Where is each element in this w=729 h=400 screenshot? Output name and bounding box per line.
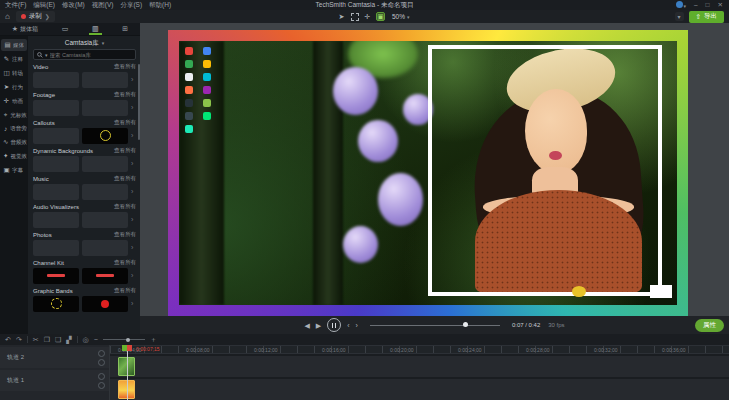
record-button[interactable]: 录制 ❯ — [16, 11, 55, 22]
export-button[interactable]: ⇧ 导出 — [689, 11, 724, 23]
menu-help[interactable]: 帮助(H) — [149, 1, 171, 10]
zoom-out-button[interactable]: − — [94, 336, 98, 343]
library-thumbnail[interactable] — [82, 212, 128, 228]
chevron-right-icon[interactable]: › — [131, 132, 133, 139]
maximize-button[interactable]: □ — [706, 2, 710, 9]
playhead-head[interactable] — [122, 345, 132, 351]
cursor-tool-button[interactable]: ➤ — [337, 12, 346, 21]
library-thumbnail[interactable] — [82, 100, 128, 116]
search-input[interactable] — [50, 52, 132, 58]
playhead[interactable] — [127, 345, 128, 400]
library-thumbnail[interactable] — [33, 100, 79, 116]
pause-button[interactable] — [327, 318, 341, 332]
view-all-link[interactable]: 查看所有 — [114, 259, 136, 266]
playhead-out-handle[interactable] — [127, 345, 132, 351]
view-all-link[interactable]: 查看所有 — [114, 147, 136, 154]
library-thumbnail[interactable] — [82, 240, 128, 256]
close-button[interactable]: ✕ — [718, 2, 723, 9]
scrubber-handle[interactable] — [463, 322, 468, 327]
tab-media[interactable]: ▭ — [59, 23, 72, 35]
paste-button[interactable]: ❏ — [55, 336, 61, 344]
hide-track-button[interactable] — [98, 382, 105, 389]
split-button[interactable]: ▞ — [66, 336, 71, 344]
chevron-right-icon[interactable]: › — [131, 76, 133, 83]
account-avatar[interactable]: ▾ — [676, 1, 686, 9]
library-thumbnail[interactable] — [82, 72, 128, 88]
properties-button[interactable]: 属性 — [695, 319, 724, 332]
minimize-button[interactable]: – — [694, 2, 698, 9]
library-thumbnail[interactable] — [33, 240, 79, 256]
menu-modify[interactable]: 修改(M) — [62, 1, 85, 10]
view-all-link[interactable]: 查看所有 — [114, 119, 136, 126]
menu-edit[interactable]: 编辑(E) — [33, 1, 55, 10]
pan-tool-button[interactable]: ✛ — [363, 12, 372, 21]
menu-share[interactable]: 分享(S) — [120, 1, 142, 10]
chevron-right-icon[interactable]: › — [131, 244, 133, 251]
notifications-button[interactable]: ▾ — [675, 12, 684, 21]
sidebar-item-visual-effects[interactable]: ✦ 视觉效果 — [0, 150, 28, 162]
library-thumbnail[interactable] — [33, 268, 79, 284]
timeline-zoom-slider[interactable] — [103, 337, 145, 343]
slider-handle[interactable] — [126, 338, 130, 342]
view-all-link[interactable]: 查看所有 — [114, 231, 136, 238]
chevron-right-icon[interactable]: › — [131, 188, 133, 195]
preview-media-rainbow-border[interactable] — [168, 30, 688, 316]
redo-button[interactable]: ↷ — [16, 336, 22, 344]
zoom-fit-button[interactable]: ◎ — [83, 336, 89, 344]
chevron-right-icon[interactable]: › — [131, 104, 133, 111]
zoom-level-select[interactable]: 50% ▾ — [392, 13, 410, 20]
fit-canvas-button[interactable]: ▣ — [376, 12, 385, 21]
hide-track-button[interactable] — [98, 359, 105, 366]
crop-tool-button[interactable] — [350, 12, 359, 21]
copy-button[interactable]: ❐ — [44, 336, 50, 344]
view-all-link[interactable]: 查看所有 — [114, 63, 136, 70]
menu-file[interactable]: 文件(F) — [5, 1, 26, 10]
view-all-link[interactable]: 查看所有 — [114, 287, 136, 294]
view-all-link[interactable]: 查看所有 — [114, 175, 136, 182]
next-frame-button[interactable]: › — [356, 322, 358, 329]
sidebar-item-animations[interactable]: ✛ 动画 — [0, 95, 28, 107]
previous-frame-button[interactable]: ‹ — [347, 322, 349, 329]
sidebar-item-behaviors[interactable]: ➤ 行为 — [0, 81, 28, 93]
jump-to-start-button[interactable]: ◀ — [304, 322, 309, 329]
sidebar-item-audio-effects[interactable]: ∿ 音频效果 — [0, 136, 28, 148]
library-thumbnail[interactable] — [33, 212, 79, 228]
track-lane-2[interactable] — [110, 356, 729, 377]
tab-library[interactable]: ▥ — [89, 23, 102, 35]
track-lane-1[interactable] — [110, 379, 729, 400]
library-thumbnail[interactable] — [33, 156, 79, 172]
library-search[interactable]: ▾ — [33, 49, 136, 60]
sidebar-item-transitions[interactable]: ◫ 转场 — [0, 67, 28, 79]
sidebar-item-annotations[interactable]: ✎ 注释 — [0, 53, 28, 65]
chevron-right-icon[interactable]: › — [131, 272, 133, 279]
library-header[interactable]: Camtasia库 ▾ — [33, 38, 136, 48]
tab-media-bin[interactable]: ★ 媒体箱 — [9, 23, 41, 35]
library-thumbnail[interactable] — [82, 156, 128, 172]
view-all-link[interactable]: 查看所有 — [114, 203, 136, 210]
view-all-link[interactable]: 查看所有 — [114, 91, 136, 98]
undo-button[interactable]: ↶ — [5, 336, 11, 344]
library-thumbnail[interactable] — [33, 72, 79, 88]
chevron-right-icon[interactable]: › — [131, 300, 133, 307]
menu-view[interactable]: 视图(V) — [92, 1, 114, 10]
library-thumbnail[interactable] — [82, 184, 128, 200]
tracks-area[interactable] — [110, 354, 729, 400]
tab-templates[interactable]: ⊞ — [119, 23, 131, 35]
sidebar-item-voice-narration[interactable]: ♪ 语音旁白 — [0, 123, 28, 134]
library-thumbnail[interactable] — [33, 184, 79, 200]
sidebar-item-cursor-effects[interactable]: ⌖ 光标效果 — [0, 109, 28, 121]
sidebar-item-media[interactable]: ▤ 媒体 — [1, 39, 27, 51]
chevron-right-icon[interactable]: › — [131, 216, 133, 223]
library-thumbnail[interactable] — [82, 296, 128, 312]
step-back-button[interactable]: ▶ — [316, 322, 321, 329]
home-button[interactable]: ⌂ — [5, 13, 10, 21]
library-thumbnail[interactable] — [33, 128, 79, 144]
zoom-in-button[interactable]: ＋ — [150, 335, 157, 345]
library-thumbnail[interactable] — [33, 296, 79, 312]
lock-track-button[interactable] — [98, 350, 105, 357]
track-header-1[interactable]: 轨道 1 — [0, 370, 109, 391]
lock-track-button[interactable] — [98, 373, 105, 380]
track-header-2[interactable]: 轨道 2 — [0, 347, 109, 368]
cut-button[interactable]: ✂ — [33, 336, 39, 344]
chevron-right-icon[interactable]: › — [131, 160, 133, 167]
